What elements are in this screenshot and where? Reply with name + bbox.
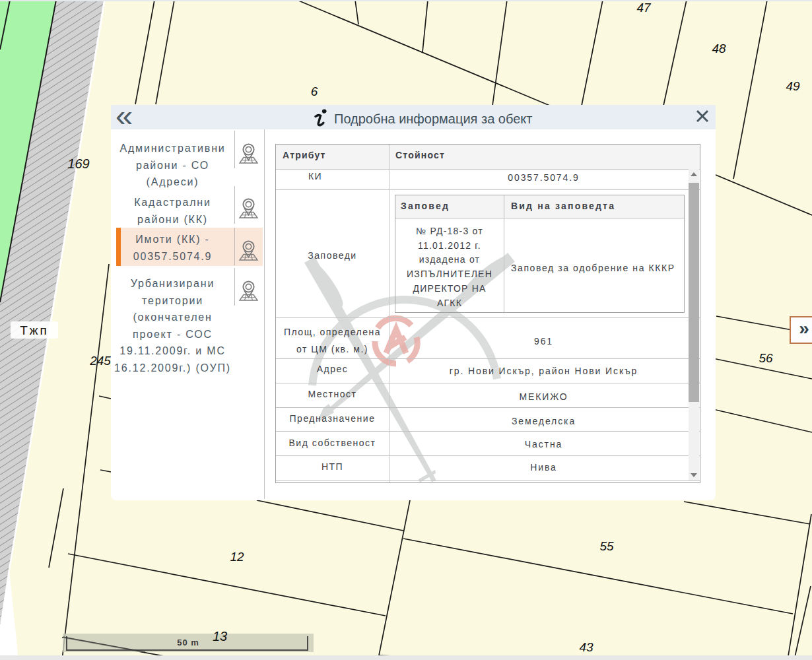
svg-text:6: 6 xyxy=(311,84,318,98)
svg-text:43: 43 xyxy=(579,640,593,654)
svg-text:47: 47 xyxy=(636,1,652,15)
svg-text:56: 56 xyxy=(759,351,773,365)
svg-text:49: 49 xyxy=(786,79,800,93)
svg-text:55: 55 xyxy=(599,539,614,553)
svg-text:Тжп: Тжп xyxy=(20,323,49,337)
svg-text:48: 48 xyxy=(712,42,726,55)
svg-text:169: 169 xyxy=(67,156,89,171)
svg-text:12: 12 xyxy=(230,550,244,564)
svg-text:245: 245 xyxy=(89,354,111,368)
